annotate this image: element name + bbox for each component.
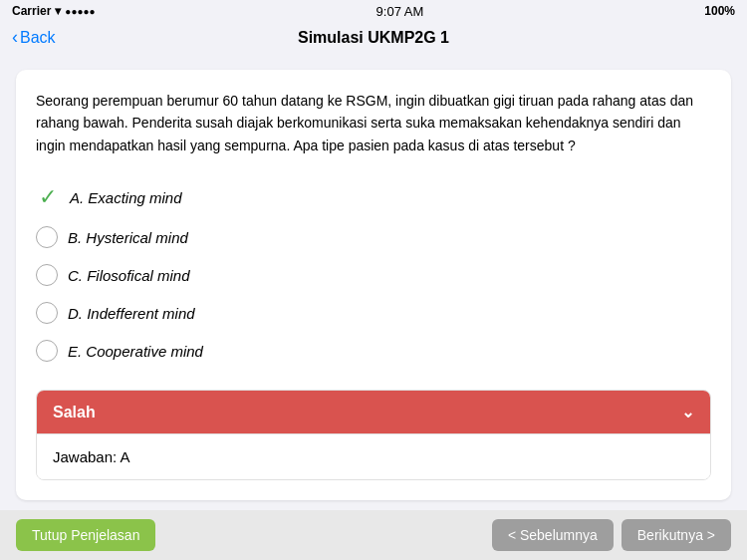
chevron-left-icon: ‹ (12, 27, 18, 48)
option-a[interactable]: ✓ A. Exacting mind (36, 176, 711, 218)
question-card: Seorang perempuan berumur 60 tahun datan… (16, 70, 731, 500)
radio-e (36, 340, 58, 362)
content-area: Seorang perempuan berumur 60 tahun datan… (0, 58, 747, 510)
nav-bar: ‹ Back Simulasi UKMP2G 1 (0, 22, 747, 58)
option-d[interactable]: D. Indefferent mind (36, 294, 711, 332)
status-time: 9:07 AM (376, 4, 424, 19)
result-header-label: Salah (53, 404, 96, 421)
radio-c (36, 264, 58, 286)
option-e-label: E. Cooperative mind (68, 343, 203, 360)
option-b[interactable]: B. Hysterical mind (36, 218, 711, 256)
sebelumnya-button[interactable]: < Sebelumnya (492, 519, 614, 551)
option-b-label: B. Hysterical mind (68, 229, 188, 246)
option-c[interactable]: C. Filosofical mind (36, 256, 711, 294)
nav-title: Simulasi UKMP2G 1 (298, 29, 449, 47)
option-a-label: A. Exacting mind (70, 189, 182, 206)
question-text: Seorang perempuan berumur 60 tahun datan… (36, 90, 711, 156)
status-bar: Carrier ▾ ●●●●● 9:07 AM 100% (0, 0, 747, 22)
berikutnya-button[interactable]: Berikutnya > (622, 519, 731, 551)
chevron-down-icon: ⌄ (681, 403, 694, 421)
tutup-penjelasan-button[interactable]: Tutup Penjelasan (16, 519, 155, 551)
bottom-bar: Tutup Penjelasan < Sebelumnya Berikutnya… (0, 510, 747, 560)
bottom-right-buttons: < Sebelumnya Berikutnya > (492, 519, 731, 551)
checkmark-icon: ✓ (36, 184, 60, 210)
radio-b (36, 226, 58, 248)
status-carrier: Carrier ▾ ●●●●● (12, 4, 96, 18)
status-battery: 100% (704, 4, 735, 18)
options-list: ✓ A. Exacting mind B. Hysterical mind C.… (36, 176, 711, 370)
result-body: Jawaban: A (37, 433, 710, 479)
result-box: Salah ⌄ Jawaban: A (36, 390, 711, 480)
radio-d (36, 302, 58, 324)
back-button[interactable]: ‹ Back (12, 28, 56, 48)
option-c-label: C. Filosofical mind (68, 267, 190, 284)
result-header[interactable]: Salah ⌄ (37, 391, 710, 433)
option-d-label: D. Indefferent mind (68, 305, 195, 322)
option-e[interactable]: E. Cooperative mind (36, 332, 711, 370)
